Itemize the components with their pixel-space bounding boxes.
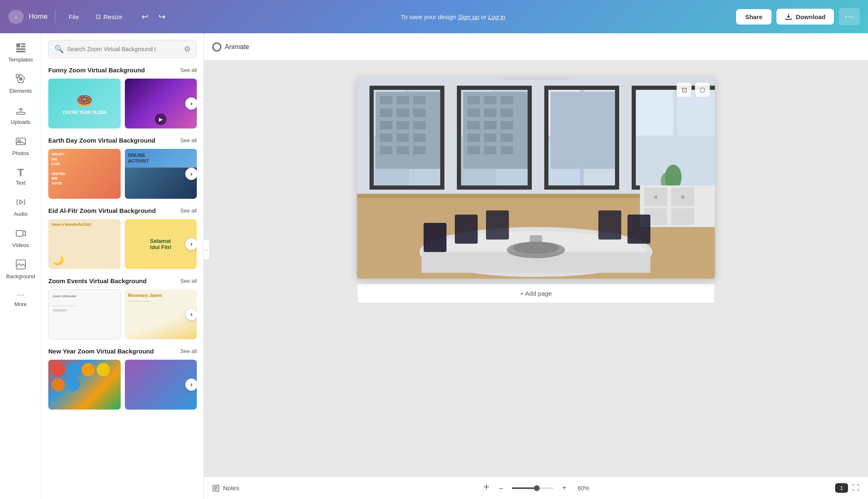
sidebar-item-text[interactable]: T Text: [2, 162, 39, 191]
back-button[interactable]: ‹: [8, 10, 24, 24]
fullscreen-button[interactable]: ⛶: [852, 484, 860, 492]
svg-rect-8: [17, 112, 25, 114]
svg-rect-25: [413, 96, 426, 104]
ny-dot-yellow: [97, 363, 110, 376]
sidebar-item-uploads[interactable]: Uploads: [2, 100, 39, 130]
more-options-button[interactable]: ⋯: [839, 8, 860, 25]
events-section-header: Zoom Events Virtual Background See all: [48, 277, 197, 284]
redo-button[interactable]: ↪: [154, 9, 170, 24]
resize-button[interactable]: ⊡ Resize: [90, 10, 129, 24]
template-card-eid1[interactable]: Have a Wonderful Eid! 🌙: [48, 219, 121, 269]
sidebar-item-videos[interactable]: Videos: [2, 223, 39, 253]
newyear-section-title: New Year Zoom Virtual Background: [48, 348, 154, 355]
events-template-row: KIAN GRAHAM ───────────── SPEAKER Rosema…: [48, 289, 197, 339]
sidebar-item-more[interactable]: ··· More: [2, 285, 39, 312]
ny-dot-blue: [67, 363, 80, 376]
events-row-next-arrow[interactable]: ›: [185, 308, 197, 321]
svg-rect-31: [413, 121, 426, 129]
events-see-all[interactable]: See all: [180, 278, 197, 284]
filter-icon[interactable]: ⚙: [184, 44, 191, 54]
eid1-decoration: 🌙: [52, 255, 64, 266]
photos-label: Photos: [12, 150, 29, 156]
sign-up-link[interactable]: Sign up: [458, 13, 479, 20]
share-button[interactable]: Share: [736, 9, 772, 25]
sidebar-item-elements[interactable]: Elements: [2, 69, 39, 99]
animate-label: Animate: [225, 43, 249, 51]
newyear-section-header: New Year Zoom Virtual Background See all: [48, 348, 197, 355]
svg-point-6: [19, 77, 22, 81]
search-bar: 🔍 ⚙: [48, 40, 197, 58]
svg-rect-34: [413, 133, 426, 142]
ny-dot-darkorange: [52, 378, 65, 391]
sidebar-item-templates[interactable]: Templates: [2, 37, 39, 68]
canvas-frame[interactable]: ⊡ ⬡: [357, 77, 715, 279]
svg-rect-92: [503, 77, 569, 80]
zoom-in-button[interactable]: +: [558, 482, 570, 494]
file-label: File: [69, 13, 79, 20]
zoom-slider[interactable]: [512, 487, 553, 489]
template-card-earth1[interactable]: APARTWELIVEUNITEDWEVOTE: [48, 149, 121, 199]
zoom-slider-thumb[interactable]: [534, 485, 540, 491]
svg-rect-1: [21, 43, 25, 45]
svg-rect-53: [501, 121, 513, 129]
canvas-copy-button[interactable]: ⊡: [677, 82, 692, 97]
earth1-text: APARTWELIVEUNITEDWEVOTE: [48, 149, 121, 190]
videos-label: Videos: [12, 242, 29, 248]
sidebar-item-background[interactable]: Background: [2, 254, 39, 284]
events-section-title: Zoom Events Virtual Background: [48, 277, 146, 284]
home-label[interactable]: Home: [29, 12, 47, 21]
template-card-funny1[interactable]: 🍩 YOU'RE YEAR OLDER: [48, 79, 121, 128]
notes-button[interactable]: Notes: [212, 484, 239, 492]
svg-rect-89: [486, 210, 509, 240]
svg-rect-35: [380, 146, 392, 154]
sidebar-item-photos[interactable]: Photos: [2, 131, 39, 161]
svg-rect-59: [501, 146, 513, 154]
canvas-controls: ⊡ ⬡: [677, 82, 710, 97]
file-button[interactable]: File: [63, 10, 84, 24]
templates-panel: 🔍 ⚙ Funny Zoom Virtual Background See al…: [42, 33, 204, 499]
templates-label: Templates: [8, 57, 33, 63]
canvas-share-button[interactable]: ⬡: [695, 82, 710, 97]
log-in-link[interactable]: Log in: [488, 13, 505, 20]
eid-see-all[interactable]: See all: [180, 208, 197, 214]
funny1-text: YOU'RE YEAR OLDER: [62, 110, 107, 115]
svg-rect-12: [16, 260, 25, 269]
zoom-out-button[interactable]: –: [495, 482, 507, 494]
panel-collapse-handle[interactable]: ‹: [203, 239, 210, 260]
svg-rect-47: [501, 96, 513, 104]
icon-sidebar: Templates Elements Uploads: [0, 33, 42, 499]
funny-row-next-arrow[interactable]: ›: [185, 97, 197, 110]
funny-section-title: Funny Zoom Virtual Background: [48, 67, 145, 74]
undo-button[interactable]: ↩: [137, 9, 153, 24]
animate-button[interactable]: Animate: [212, 42, 249, 52]
save-prompt-text: To save your design: [401, 13, 458, 20]
newyear-row-next-arrow[interactable]: ›: [185, 378, 197, 391]
svg-rect-24: [397, 96, 409, 104]
more-label: More: [15, 301, 27, 307]
text-icon: T: [17, 167, 24, 178]
template-card-events1[interactable]: KIAN GRAHAM ───────────── SPEAKER: [48, 289, 121, 339]
funny-see-all[interactable]: See all: [180, 67, 197, 73]
page-number-button[interactable]: 1: [835, 483, 848, 493]
earth-row-next-arrow[interactable]: ›: [185, 168, 197, 180]
nav-right-actions: Share Download ⋯: [736, 8, 860, 25]
earth-template-row: APARTWELIVEUNITEDWEVOTE ONLINEACTIVIST ›: [48, 149, 197, 199]
download-button[interactable]: Download: [776, 9, 834, 25]
page-number: 1: [840, 485, 843, 491]
earth-see-all[interactable]: See all: [180, 137, 197, 143]
sidebar-item-audio[interactable]: Audio: [2, 192, 39, 222]
search-input[interactable]: [67, 46, 181, 52]
eid-row-next-arrow[interactable]: ›: [185, 238, 197, 250]
collapse-pages-button[interactable]: [483, 483, 490, 493]
svg-rect-90: [598, 210, 621, 240]
ny-dot-orange: [82, 363, 95, 376]
template-card-ny1[interactable]: [48, 360, 121, 410]
svg-rect-50: [501, 109, 513, 117]
svg-rect-55: [484, 133, 496, 142]
svg-rect-86: [530, 235, 542, 248]
newyear-see-all[interactable]: See all: [180, 348, 197, 354]
svg-rect-52: [484, 121, 496, 129]
add-page-bar[interactable]: + Add page: [357, 284, 715, 303]
svg-rect-56: [501, 133, 513, 142]
or-text: or: [481, 13, 489, 20]
